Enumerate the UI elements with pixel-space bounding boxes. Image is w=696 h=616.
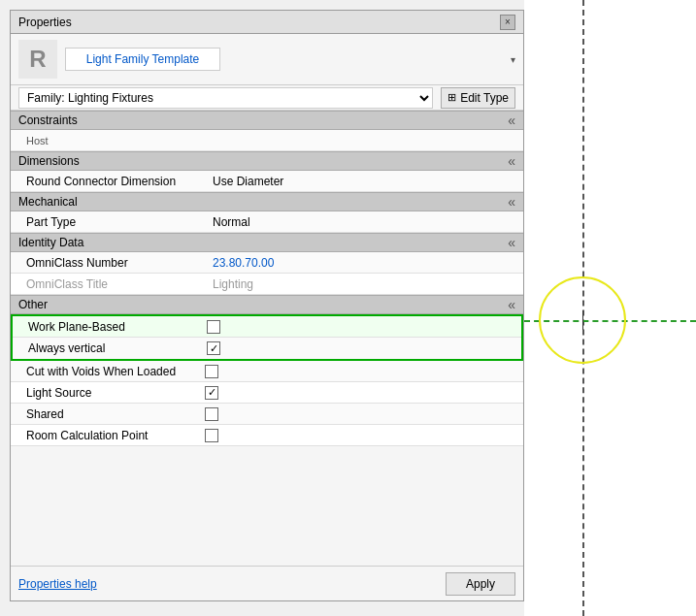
collapse-mechanical-icon[interactable]: «	[508, 194, 515, 210]
prop-row-work-plane: Work Plane-Based	[13, 316, 521, 338]
section-constraints-label: Constraints	[18, 113, 78, 127]
prop-label-omniclass-title: OmniClass Title	[11, 277, 205, 291]
checkbox-work-plane[interactable]	[207, 320, 220, 334]
revit-logo: R	[18, 40, 57, 79]
properties-help-link[interactable]: Properties help	[18, 577, 97, 591]
prop-label-omniclass-number: OmniClass Number	[11, 256, 205, 270]
section-identity[interactable]: Identity Data «	[11, 233, 523, 252]
prop-label-room-calc: Room Calculation Point	[11, 429, 205, 442]
prop-row-round-connector: Round Connector Dimension Use Diameter	[11, 171, 523, 192]
crosshair-v-small	[582, 310, 583, 330]
panel-header: R Light Family Template ▾	[11, 34, 523, 85]
collapse-constraints-icon[interactable]: «	[508, 113, 515, 128]
collapse-identity-icon[interactable]: «	[508, 235, 515, 250]
panel-footer: Properties help Apply	[11, 566, 523, 600]
family-row: Family: Lighting Fixtures ⊞ Edit Type	[11, 85, 523, 111]
panel-title: Properties	[18, 16, 72, 29]
family-select[interactable]: Family: Lighting Fixtures	[18, 87, 433, 109]
prop-row-shared: Shared	[11, 404, 523, 425]
prop-value-round-connector: Use Diameter	[205, 175, 523, 188]
collapse-other-icon[interactable]: «	[508, 297, 515, 312]
prop-row-room-calc: Room Calculation Point	[11, 425, 523, 446]
close-button[interactable]: ×	[500, 15, 515, 30]
collapse-dimensions-icon[interactable]: «	[508, 153, 515, 169]
section-other-label: Other	[18, 298, 48, 311]
prop-label-work-plane: Work Plane-Based	[13, 320, 207, 334]
prop-row-always-vertical: Always vertical	[13, 338, 521, 359]
panel-titlebar: Properties ×	[11, 11, 523, 34]
checkbox-cut-voids[interactable]	[205, 365, 218, 378]
prop-value-omniclass-title: Lighting	[205, 277, 523, 291]
prop-row-light-source: Light Source	[11, 382, 523, 404]
prop-row-omniclass-title: OmniClass Title Lighting	[11, 274, 523, 295]
checkbox-shared[interactable]	[205, 407, 218, 421]
prop-value-part-type: Normal	[205, 215, 523, 229]
edit-type-icon: ⊞	[447, 91, 456, 104]
section-mechanical[interactable]: Mechanical «	[11, 192, 523, 211]
prop-row-host: Host	[11, 130, 523, 151]
prop-label-cut-voids: Cut with Voids When Loaded	[11, 365, 205, 378]
template-name-box: Light Family Template	[65, 48, 220, 71]
template-name-container: Light Family Template	[65, 48, 503, 71]
prop-value-omniclass-number: 23.80.70.00	[205, 256, 523, 270]
template-dropdown-arrow[interactable]: ▾	[511, 54, 515, 65]
properties-panel: Properties × R Light Family Template ▾ F…	[10, 10, 524, 601]
checkbox-room-calc[interactable]	[205, 429, 218, 442]
section-mechanical-label: Mechanical	[18, 195, 78, 209]
prop-label-host: Host	[11, 135, 205, 146]
prop-row-omniclass-number: OmniClass Number 23.80.70.00	[11, 252, 523, 274]
edit-type-button[interactable]: ⊞ Edit Type	[441, 87, 515, 109]
apply-button[interactable]: Apply	[446, 572, 515, 596]
prop-label-shared: Shared	[11, 407, 205, 421]
canvas-area	[524, 0, 696, 616]
svg-text:R: R	[29, 46, 46, 72]
properties-content: Constraints « Host Dimensions « Round Co…	[11, 111, 523, 566]
checkbox-light-source[interactable]	[205, 386, 218, 400]
prop-label-part-type: Part Type	[11, 215, 205, 229]
prop-row-part-type: Part Type Normal	[11, 211, 523, 233]
prop-label-light-source: Light Source	[11, 386, 205, 400]
section-other[interactable]: Other «	[11, 295, 523, 314]
checkbox-always-vertical[interactable]	[207, 341, 220, 355]
section-identity-label: Identity Data	[18, 236, 83, 249]
section-dimensions-label: Dimensions	[18, 154, 80, 168]
section-constraints[interactable]: Constraints «	[11, 111, 523, 130]
prop-label-always-vertical: Always vertical	[13, 341, 207, 355]
highlight-group: Work Plane-Based Always vertical	[11, 314, 523, 361]
prop-row-cut-voids: Cut with Voids When Loaded	[11, 361, 523, 382]
section-dimensions[interactable]: Dimensions «	[11, 151, 523, 171]
edit-type-label: Edit Type	[460, 91, 509, 105]
prop-label-round-connector: Round Connector Dimension	[11, 175, 205, 188]
